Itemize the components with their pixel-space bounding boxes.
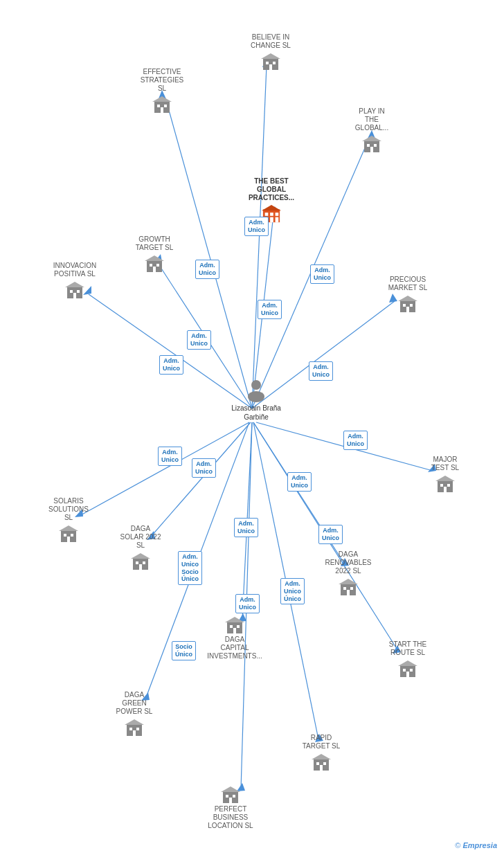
svg-marker-76	[435, 476, 455, 481]
svg-line-5	[89, 294, 252, 408]
svg-rect-109	[323, 762, 326, 765]
building-icon	[224, 615, 245, 636]
svg-rect-37	[269, 64, 272, 70]
svg-rect-84	[143, 561, 145, 564]
svg-rect-108	[316, 762, 319, 765]
badge-adm-unico-13[interactable]: Adm.Unico	[318, 525, 343, 544]
badge-adm-unico-10[interactable]: Adm.Unico	[192, 458, 216, 478]
building-icon	[144, 253, 165, 274]
svg-rect-99	[410, 669, 413, 672]
building-icon	[311, 752, 332, 773]
svg-rect-90	[347, 590, 350, 595]
node-daga-renovables-2022[interactable]: DAGARENOVABLES2022 SL	[321, 550, 375, 597]
svg-rect-83	[136, 561, 138, 564]
svg-rect-103	[129, 728, 132, 730]
svg-rect-113	[226, 795, 228, 798]
badge-adm-unico-14[interactable]: Adm.UnicoÚnico	[280, 578, 305, 604]
svg-rect-41	[164, 105, 167, 107]
center-person-node[interactable]: Lizasoain Braña Garbiñe	[228, 377, 284, 422]
svg-rect-70	[406, 307, 409, 312]
watermark: © Empresia	[455, 841, 497, 849]
svg-line-8	[80, 422, 249, 516]
svg-marker-101	[398, 660, 417, 666]
building-icon	[64, 280, 85, 300]
svg-marker-56	[262, 205, 281, 210]
center-person-label: Lizasoain Braña Garbiñe	[228, 404, 284, 422]
badge-adm-unico-4[interactable]: Adm.Unico	[258, 300, 282, 319]
svg-rect-85	[139, 564, 142, 570]
building-icon	[361, 134, 382, 154]
svg-rect-51	[270, 213, 273, 216]
svg-rect-40	[157, 105, 160, 107]
svg-rect-68	[403, 304, 406, 307]
building-icon	[397, 658, 418, 679]
badge-adm-unico-8[interactable]: Adm.Unico	[343, 431, 368, 450]
svg-rect-47	[370, 147, 373, 152]
svg-marker-96	[225, 617, 244, 622]
svg-marker-91	[339, 579, 358, 584]
svg-marker-61	[145, 255, 164, 261]
svg-rect-52	[276, 213, 279, 216]
svg-rect-98	[403, 669, 406, 672]
svg-marker-116	[221, 786, 240, 792]
svg-rect-45	[367, 144, 370, 147]
building-icon	[58, 523, 79, 544]
svg-rect-80	[67, 537, 70, 542]
badge-adm-unico-2[interactable]: Adm.Unico	[195, 260, 219, 279]
node-precious-market[interactable]: PRECIOUSMARKET SL	[383, 276, 433, 314]
node-major-test[interactable]: MAJORTEST SL	[420, 456, 470, 494]
svg-rect-110	[320, 765, 323, 771]
svg-marker-86	[131, 553, 150, 559]
svg-rect-36	[273, 62, 276, 64]
node-start-the-route[interactable]: START THEROUTE SL	[383, 640, 433, 679]
badge-adm-unico-15[interactable]: Adm.Unico	[235, 594, 260, 613]
node-solaris-solutions[interactable]: SOLARISSOLUTIONSSL	[42, 497, 96, 544]
badge-adm-socio-unico-1[interactable]: Adm.UnicoSocioÚnico	[178, 551, 202, 585]
building-icon	[220, 784, 241, 805]
svg-point-33	[248, 391, 264, 402]
badge-socio-unico-1[interactable]: SocioÚnico	[172, 641, 196, 660]
svg-marker-71	[398, 296, 417, 301]
badge-adm-unico-7[interactable]: Adm.Unico	[309, 361, 333, 381]
svg-rect-93	[230, 625, 233, 628]
badge-adm-unico-6[interactable]: Adm.Unico	[159, 355, 183, 375]
badge-adm-unico-1[interactable]: Adm.Unico	[244, 217, 269, 236]
badge-adm-unico-9[interactable]: Adm.Unico	[158, 447, 182, 466]
svg-rect-55	[276, 217, 279, 222]
node-effective-strategies[interactable]: EFFECTIVESTRATEGIESSL	[137, 68, 187, 115]
node-innovacion-positiva[interactable]: INNOVACIONPOSITIVA SL	[50, 262, 100, 300]
building-icon	[338, 577, 359, 597]
node-daga-green-power[interactable]: DAGAGREENPOWER SL	[109, 691, 159, 738]
svg-rect-114	[233, 795, 235, 798]
node-rapid-target[interactable]: RAPIDTARGET SL	[296, 734, 346, 773]
svg-marker-66	[65, 282, 84, 287]
badge-adm-unico-12[interactable]: Adm.Unico	[234, 518, 258, 537]
node-daga-capital-investments[interactable]: DAGACAPITALINVESTMENTS...	[206, 615, 263, 662]
svg-rect-42	[161, 107, 163, 113]
svg-rect-64	[77, 290, 80, 293]
svg-rect-100	[406, 672, 409, 677]
svg-rect-74	[447, 484, 450, 487]
connection-lines	[0, 0, 504, 855]
badge-adm-unico-3[interactable]: Adm.Unico	[310, 264, 334, 284]
building-icon	[152, 94, 172, 115]
person-icon	[244, 377, 269, 402]
network-graph: Lizasoain Braña Garbiñe BELIEVE INCHANGE…	[0, 0, 504, 855]
node-daga-solar-2022[interactable]: DAGASOLAR 2022SL	[116, 525, 165, 572]
svg-rect-75	[444, 487, 447, 492]
svg-marker-43	[152, 96, 172, 102]
node-perfect-business-location[interactable]: PERFECTBUSINESSLOCATION SL	[203, 784, 258, 831]
svg-line-0	[252, 66, 267, 408]
svg-rect-73	[440, 484, 443, 487]
svg-marker-38	[261, 53, 280, 59]
svg-marker-81	[59, 525, 78, 531]
node-believe-in-change[interactable]: BELIEVE INCHANGE SL	[246, 33, 295, 72]
svg-rect-46	[374, 144, 377, 147]
badge-adm-unico-5[interactable]: Adm.Unico	[187, 330, 211, 350]
svg-rect-50	[265, 213, 269, 216]
node-play-in-global[interactable]: PLAY INTHEGLOBAL...	[348, 107, 396, 154]
building-icon	[260, 51, 281, 72]
svg-rect-58	[150, 264, 152, 267]
node-growth-target[interactable]: GROWTHTARGET SL	[129, 235, 179, 274]
badge-adm-unico-11[interactable]: Adm.Unico	[287, 472, 312, 492]
